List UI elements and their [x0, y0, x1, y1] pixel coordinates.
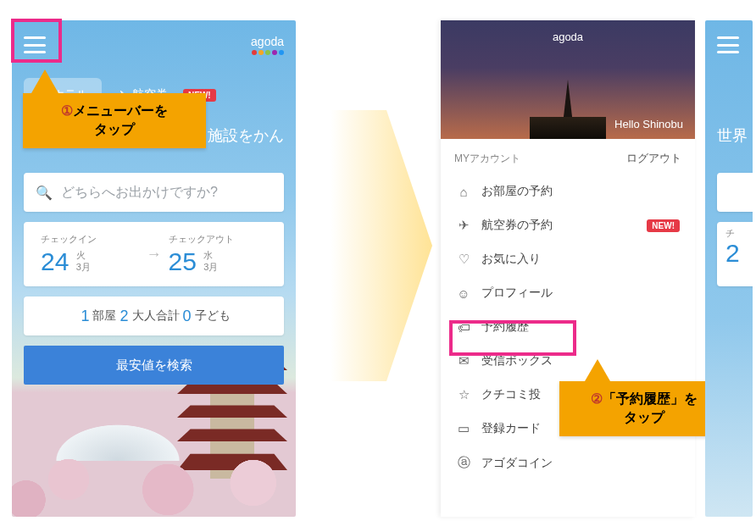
checkin-col[interactable]: チェックイン 24 火 3月 [41, 233, 140, 276]
search-button[interactable]: 最安値を検索 [24, 346, 284, 385]
brand-logo: agoda [553, 30, 583, 43]
menu-item-label: 航空券の予約 [481, 218, 553, 233]
background-mountain [54, 385, 181, 461]
menu-item-room-bookings[interactable]: ⌂ お部屋の予約 [441, 175, 695, 208]
brand-name: agoda [553, 30, 583, 43]
menu-section-header: MYアカウント ログアウト [441, 139, 695, 171]
rooms-count: 1 [81, 308, 89, 325]
checkin-day: 2 [725, 239, 740, 268]
checkin-label: チェックイン [41, 233, 140, 246]
checkout-weekday: 水 [203, 250, 218, 261]
checkin-label: チ [725, 227, 735, 240]
card-icon: ▭ [456, 421, 471, 436]
top-bar: agoda [12, 20, 296, 69]
menu-list: ⌂ お部屋の予約 ✈ 航空券の予約 NEW! ♡ お気に入り ☺ プロフィール … [441, 171, 695, 484]
callout-step-2: ②「予約履歴」を タップ [559, 381, 729, 436]
menu-item-label: お気に入り [481, 252, 541, 267]
guests-card[interactable]: 1 部屋 2 大人合計 0 子ども [24, 296, 284, 335]
screen-menu-drawer: agoda Hello Shinobu MYアカウント ログアウト ⌂ お部屋の… [441, 20, 695, 517]
callout-1-number: ① [61, 103, 73, 118]
children-label: 子ども [195, 308, 231, 324]
menu-item-label: クチコミ投 [481, 387, 541, 402]
menu-item-label: お部屋の予約 [481, 184, 553, 199]
menu-item-label: 受信ボックス [481, 353, 553, 369]
coin-icon: ⓐ [456, 455, 471, 471]
menu-item-label: アゴダコイン [481, 456, 553, 471]
menu-item-favorites[interactable]: ♡ お気に入り [441, 242, 695, 276]
adults-count: 2 [120, 308, 128, 325]
screen-home-behind: 世界 チ 2 [705, 20, 753, 517]
callout-2-line2: タップ [624, 410, 664, 424]
checkin-day: 24 [41, 247, 69, 276]
home-icon: ⌂ [456, 185, 471, 199]
transition-arrow [331, 110, 432, 381]
destination-placeholder: どちらへお出かけですか? [61, 184, 218, 202]
background-temple [530, 54, 606, 139]
menu-button[interactable] [717, 36, 739, 53]
menu-item-label: 登録カード [481, 421, 541, 436]
callout-1-line2: タップ [94, 122, 135, 136]
search-button-label: 最安値を検索 [116, 357, 192, 374]
menu-item-agoda-coin[interactable]: ⓐ アゴダコイン [441, 446, 695, 480]
menu-item-inbox[interactable]: ✉ 受信ボックス [441, 344, 695, 378]
callout-2-number: ② [591, 391, 603, 406]
adults-label: 大人合計 [132, 308, 180, 324]
menu-item-label: プロフィール [481, 285, 553, 301]
brand-logo: agoda [251, 35, 284, 55]
background-blossom [12, 452, 296, 517]
menu-hero: agoda Hello Shinobu [441, 20, 695, 139]
menu-section-label: MYアカウント [454, 152, 520, 166]
dates-card[interactable]: チ 2 [717, 222, 753, 286]
destination-input[interactable] [717, 173, 753, 212]
user-icon: ☺ [456, 286, 471, 301]
hero-text: 世界 [717, 125, 748, 146]
callout-step-1: ①メニューバーを タップ [23, 93, 206, 148]
star-icon: ☆ [456, 387, 471, 402]
top-bar [705, 20, 753, 69]
checkout-col[interactable]: チェックアウト 25 水 3月 [169, 233, 268, 276]
children-count: 0 [183, 308, 192, 325]
checkout-month: 3月 [203, 262, 218, 273]
menu-item-label: 予約履歴 [481, 319, 529, 335]
callout-2-line1: 「予約履歴」を [603, 391, 698, 406]
menu-item-profile[interactable]: ☺ プロフィール [441, 276, 695, 310]
dates-card[interactable]: チェックイン 24 火 3月 → チェックアウト 25 水 3月 [24, 222, 284, 286]
callout-1-line1: メニューバーを [73, 103, 168, 118]
checkin-month: 3月 [76, 262, 91, 273]
checkin-weekday: 火 [76, 250, 91, 261]
menu-item-booking-history[interactable]: 🏷 予約履歴 [441, 310, 695, 344]
greeting-text: Hello Shinobu [614, 118, 683, 130]
brand-name: agoda [251, 35, 284, 48]
menu-button[interactable] [24, 36, 46, 53]
search-icon: 🔍 [36, 185, 53, 201]
heart-icon: ♡ [456, 252, 471, 267]
checkout-day: 25 [169, 247, 197, 276]
new-badge: NEW! [647, 219, 680, 232]
plane-icon: ✈ [456, 218, 471, 233]
destination-input[interactable]: 🔍 どちらへお出かけですか? [24, 173, 284, 212]
checkout-label: チェックアウト [169, 233, 268, 246]
mail-icon: ✉ [456, 353, 471, 369]
tag-icon: 🏷 [456, 320, 471, 335]
rooms-label: 部屋 [92, 308, 116, 324]
menu-item-flight-bookings[interactable]: ✈ 航空券の予約 NEW! [441, 208, 695, 242]
date-arrow-icon: → [140, 246, 169, 263]
logout-link[interactable]: ログアウト [626, 151, 681, 166]
